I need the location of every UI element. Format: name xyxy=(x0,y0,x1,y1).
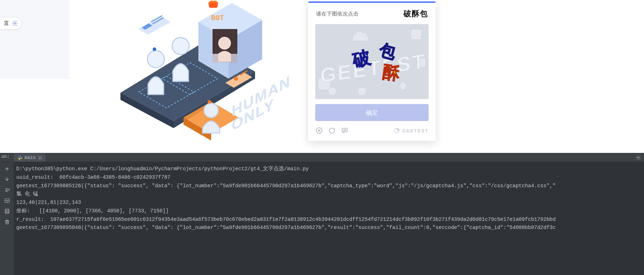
layout-icon[interactable] xyxy=(4,197,10,204)
feedback-icon[interactable] xyxy=(341,127,349,134)
trash-icon[interactable] xyxy=(4,219,10,225)
ide-tab-label: main xyxy=(24,155,35,160)
browser-page-area: 置 BOT xyxy=(0,0,644,153)
svg-point-25 xyxy=(234,76,238,81)
step-down-icon[interactable] xyxy=(4,176,10,183)
geetest-brand: GEETEST xyxy=(394,127,429,134)
ide-settings-icon[interactable] xyxy=(635,155,641,160)
svg-point-39 xyxy=(638,157,639,158)
refresh-icon[interactable] xyxy=(328,127,336,134)
svg-point-19 xyxy=(208,100,211,104)
svg-rect-29 xyxy=(411,29,422,40)
human-only-illustration: BOT xyxy=(106,1,276,149)
python-file-icon xyxy=(17,155,22,160)
settings-pill[interactable]: 置 xyxy=(0,17,22,30)
svg-point-18 xyxy=(204,103,218,118)
svg-rect-49 xyxy=(6,220,9,224)
step-up-icon[interactable] xyxy=(4,166,10,172)
svg-point-37 xyxy=(345,130,346,130)
svg-point-30 xyxy=(328,87,337,96)
svg-point-14 xyxy=(153,47,156,51)
bot-label: BOT xyxy=(211,13,224,22)
ide-run-panel: un: main D:\python385\python.exe C:/User… xyxy=(0,153,644,275)
svg-marker-20 xyxy=(138,16,171,35)
captcha-target-chars: 破酥包 xyxy=(403,8,428,19)
svg-rect-48 xyxy=(6,212,9,214)
settings-pill-label: 置 xyxy=(4,20,9,27)
ide-console[interactable]: D:\python385\python.exe C:/Users/longhua… xyxy=(14,162,644,275)
geetest-logo-icon xyxy=(394,127,400,134)
svg-rect-11 xyxy=(209,3,218,8)
captcha-char-3: 酥 xyxy=(382,62,401,83)
soft-wrap-icon[interactable] xyxy=(4,187,10,193)
captcha-confirm-button[interactable]: 确定 xyxy=(315,104,429,121)
ide-tab-main[interactable]: main xyxy=(14,154,45,162)
ide-tabbar: un: main xyxy=(0,153,644,162)
close-icon[interactable] xyxy=(315,127,323,134)
svg-point-13 xyxy=(147,51,164,68)
captcha-footer: GEETEST xyxy=(308,121,436,141)
captcha-header: 请在下图依次点击 破酥包 xyxy=(308,3,436,23)
ide-gutter xyxy=(0,162,14,275)
gear-icon xyxy=(12,20,18,27)
svg-point-0 xyxy=(14,23,16,24)
svg-point-36 xyxy=(344,130,345,130)
captcha-popup: 请在下图依次点击 破酥包 GEETEST xyxy=(308,1,436,141)
svg-point-15 xyxy=(172,38,189,55)
print-icon[interactable] xyxy=(4,208,10,214)
sidebar-background xyxy=(0,0,69,79)
svg-point-35 xyxy=(344,130,344,130)
ide-tool-label: un: xyxy=(0,154,12,161)
captcha-image[interactable]: GEETEST 破 包 酥 xyxy=(315,24,429,99)
captcha-instruction: 请在下图依次点击 xyxy=(316,11,358,17)
tab-close-icon[interactable] xyxy=(38,156,42,160)
